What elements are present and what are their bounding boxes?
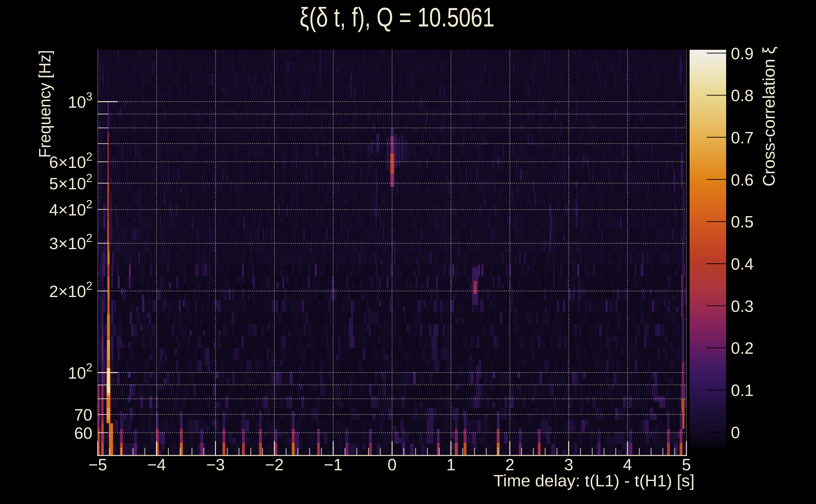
svg-text:Frequency [Hz]: Frequency [Hz] (36, 50, 54, 158)
svg-text:ξ(δ t, f), Q = 10.5061: ξ(δ t, f), Q = 10.5061 (300, 2, 494, 32)
svg-text:−4: −4 (147, 455, 166, 474)
svg-text:Cross-correlation ξ: Cross-correlation ξ (760, 47, 778, 186)
svg-text:70: 70 (74, 406, 92, 424)
svg-text:6×102: 6×102 (49, 150, 92, 171)
svg-text:4×102: 4×102 (49, 198, 92, 219)
svg-text:3×102: 3×102 (49, 232, 92, 253)
svg-text:0.6: 0.6 (731, 171, 754, 189)
svg-text:5: 5 (682, 455, 691, 474)
svg-text:0: 0 (388, 455, 397, 474)
svg-text:0.3: 0.3 (731, 297, 754, 315)
svg-text:Time delay: t(L1) - t(H1) [s]: Time delay: t(L1) - t(H1) [s] (493, 472, 695, 490)
svg-text:0.9: 0.9 (731, 44, 754, 63)
svg-text:102: 102 (68, 361, 92, 382)
svg-text:−2: −2 (265, 455, 284, 474)
svg-text:0.1: 0.1 (731, 381, 754, 399)
svg-text:0.7: 0.7 (731, 129, 754, 147)
svg-text:−3: −3 (206, 455, 225, 474)
svg-text:0.5: 0.5 (731, 213, 754, 231)
svg-text:3: 3 (564, 455, 573, 474)
svg-text:−5: −5 (88, 455, 107, 474)
svg-text:0.4: 0.4 (731, 255, 754, 273)
svg-text:0.2: 0.2 (731, 339, 754, 357)
svg-text:1: 1 (446, 455, 456, 474)
svg-text:−1: −1 (324, 455, 342, 474)
svg-text:5×102: 5×102 (49, 172, 92, 193)
svg-text:0.8: 0.8 (731, 86, 754, 105)
svg-text:4: 4 (623, 455, 632, 474)
svg-text:103: 103 (68, 90, 92, 111)
svg-text:60: 60 (74, 424, 92, 442)
svg-text:0: 0 (731, 423, 740, 442)
svg-text:2×102: 2×102 (49, 279, 92, 301)
svg-text:2: 2 (505, 455, 514, 474)
